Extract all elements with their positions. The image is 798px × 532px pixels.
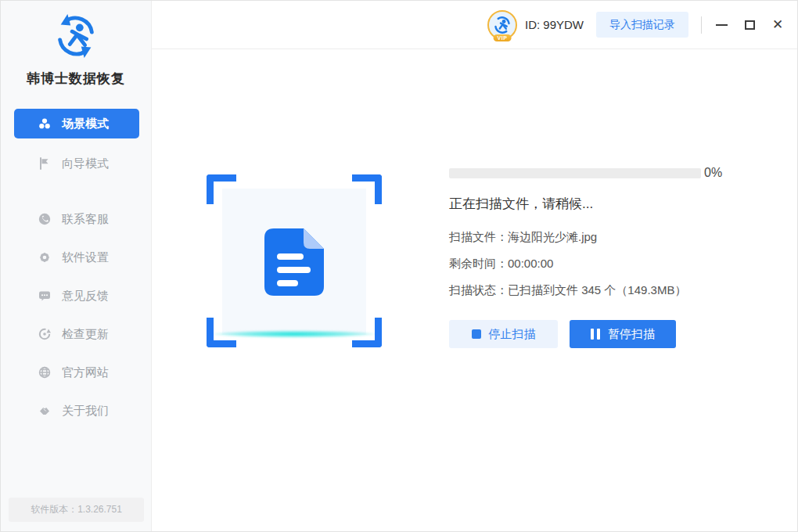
maximize-button[interactable]: [741, 16, 758, 34]
sidebar-item-check-update[interactable]: 检查更新: [14, 320, 139, 348]
contact-support-icon: [38, 213, 51, 225]
wizard-mode-icon: [38, 157, 51, 170]
sidebar-item-official-website[interactable]: 官方网站: [14, 358, 139, 386]
version-label: 软件版本：1.3.26.751: [9, 498, 144, 522]
about-us-icon: [38, 404, 51, 417]
import-scan-records-button[interactable]: 导入扫描记录: [596, 12, 688, 38]
app-title: 韩博士数据恢复: [1, 70, 151, 88]
vip-badge: VIP: [494, 34, 512, 41]
sidebar-item-wizard-mode[interactable]: 向导模式: [14, 149, 139, 178]
avatar[interactable]: VIP: [487, 10, 517, 40]
progress-percent: 0%: [704, 166, 722, 180]
time-left-row: 剩余时间：00:00:00: [449, 257, 553, 271]
sidebar-item-about-us[interactable]: 关于我们: [14, 397, 139, 425]
sidebar-item-feedback[interactable]: 意见反馈: [14, 282, 139, 310]
app-logo-icon: [52, 12, 100, 60]
time-left-value: 00:00:00: [508, 257, 553, 270]
action-buttons: 停止扫描 暂停扫描: [449, 320, 676, 348]
minimize-icon: [716, 24, 728, 26]
sidebar-item-label: 联系客服: [62, 212, 109, 227]
maximize-icon: [745, 20, 755, 30]
sidebar-item-settings[interactable]: 软件设置: [14, 243, 139, 271]
document-icon: [264, 228, 324, 296]
check-update-icon: [38, 328, 51, 340]
pause-icon: [591, 329, 600, 340]
sidebar-item-label: 向导模式: [62, 156, 109, 171]
feedback-icon: [38, 289, 51, 302]
sidebar: 韩博士数据恢复 场景模式 向导模式: [1, 1, 152, 531]
sidebar-item-label: 官方网站: [62, 365, 109, 380]
official-website-icon: [38, 366, 51, 379]
close-button[interactable]: ✕: [769, 16, 786, 34]
user-id: ID: 99YDW: [525, 18, 584, 31]
scan-frame: [207, 174, 382, 347]
stop-icon: [472, 329, 481, 339]
scanning-status-title: 正在扫描文件，请稍候...: [449, 195, 593, 213]
stop-scan-label: 停止扫描: [489, 327, 536, 342]
scan-file-value: 海边阳光少滩.jpg: [508, 230, 597, 243]
scan-file-label: 扫描文件：: [449, 230, 508, 243]
scan-status-label: 扫描状态：: [449, 283, 508, 297]
frame-corner-bottom-right: [352, 318, 382, 347]
time-left-label: 剩余时间：: [449, 257, 508, 270]
minimize-button[interactable]: [713, 16, 730, 34]
top-bar: VIP ID: 99YDW 导入扫描记录 ✕: [152, 1, 797, 49]
frame-corner-top-right: [352, 174, 382, 204]
stop-scan-button[interactable]: 停止扫描: [449, 320, 558, 348]
sidebar-item-label: 检查更新: [62, 327, 109, 342]
sidebar-item-label: 关于我们: [62, 404, 109, 419]
frame-corner-bottom-left: [207, 318, 236, 347]
sidebar-item-label: 场景模式: [62, 117, 109, 131]
scan-status-row: 扫描状态：已扫描到文件 345 个（149.3MB）: [449, 283, 686, 298]
sidebar-item-label: 意见反馈: [62, 289, 109, 304]
pause-scan-label: 暂停扫描: [608, 327, 655, 342]
sidebar-item-contact-support[interactable]: 联系客服: [14, 205, 139, 233]
scan-panel: [222, 189, 366, 335]
logo-area: 韩博士数据恢复: [1, 1, 151, 88]
progress-bar: [449, 168, 701, 178]
sidebar-item-scene-mode[interactable]: 场景模式: [14, 109, 139, 138]
close-icon: ✕: [772, 18, 783, 31]
scene-mode-icon: [38, 117, 51, 130]
sidebar-item-label: 软件设置: [62, 250, 109, 265]
scan-status-value: 已扫描到文件 345 个（149.3MB）: [508, 283, 686, 297]
app-window: 韩博士数据恢复 场景模式 向导模式: [0, 0, 798, 532]
window-controls: ✕: [713, 16, 786, 34]
divider: [701, 16, 702, 34]
scan-file-row: 扫描文件：海边阳光少滩.jpg: [449, 230, 597, 245]
settings-icon: [38, 251, 51, 264]
frame-corner-top-left: [207, 174, 236, 204]
pause-scan-button[interactable]: 暂停扫描: [570, 320, 676, 348]
